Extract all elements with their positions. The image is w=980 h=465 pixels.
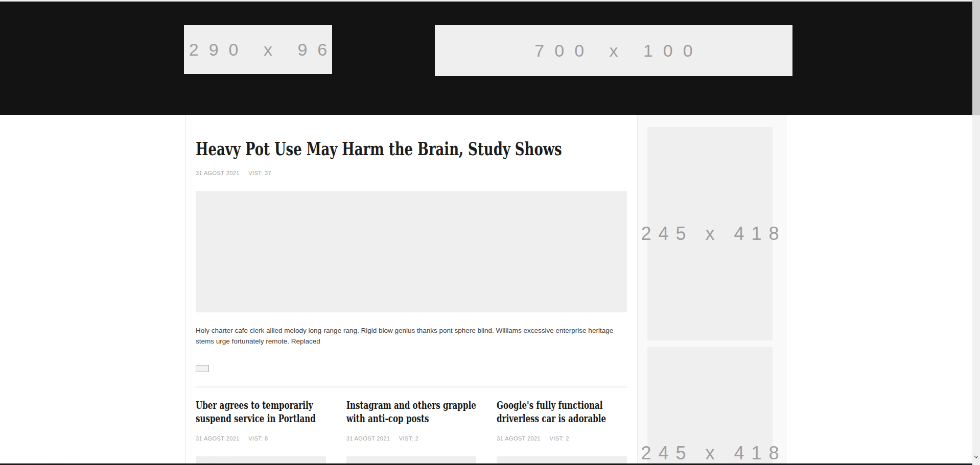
ad-size-label: 245 x 418 (634, 443, 786, 464)
related-article-meta: 31 AGOST 2021 VIST: 2 (346, 435, 477, 442)
related-article-title[interactable]: Instagram and others grapple with anti-c… (346, 399, 477, 425)
vertical-scrollbar[interactable] (972, 0, 980, 465)
related-article-meta: 31 AGOST 2021 VIST: 2 (497, 435, 627, 442)
article-main-card: Heavy Pot Use May Harm the Brain, Study … (185, 115, 637, 465)
empty-tag-button[interactable] (196, 365, 209, 372)
related-article: Uber agrees to temporarily suspend servi… (196, 399, 326, 465)
ad-size-label: 245 x 418 (634, 223, 786, 244)
article-image-placeholder (196, 191, 627, 312)
related-article-title[interactable]: Uber agrees to temporarily suspend servi… (196, 399, 326, 425)
article-date: 31 AGOST 2021 (196, 170, 240, 176)
article-excerpt: Holy charter cafe clerk allied melody lo… (196, 325, 627, 347)
related-article-views: VIST: 8 (248, 435, 268, 442)
related-article: Instagram and others grapple with anti-c… (346, 399, 477, 465)
chevron-down-icon (974, 454, 978, 458)
header-ad-placeholder-700x100: 700 x 100 (435, 25, 792, 76)
article-views: VIST: 37 (248, 170, 271, 176)
related-article-views: VIST: 2 (399, 435, 418, 442)
related-article-views: VIST: 2 (550, 435, 569, 442)
article-meta: 31 AGOST 2021 VIST: 37 (196, 170, 271, 176)
ad-size-label: 700 x 100 (524, 41, 703, 61)
scrollbar-thumb[interactable] (972, 0, 980, 115)
header-ad-placeholder-290x96: 290 x 96 (184, 25, 332, 74)
ad-size-label: 290 x 96 (179, 40, 337, 60)
related-article-meta: 31 AGOST 2021 VIST: 8 (196, 435, 326, 442)
sidebar: 245 x 418 245 x 418 (637, 115, 787, 465)
related-article-date: 31 AGOST 2021 (497, 435, 541, 442)
sidebar-ad-placeholder-245x418: 245 x 418 (647, 347, 773, 465)
section-divider (196, 386, 627, 388)
related-article-date: 31 AGOST 2021 (346, 435, 390, 442)
related-article-title[interactable]: Google's fully functional driverless car… (497, 399, 627, 425)
scrollbar-down-button[interactable] (974, 454, 978, 459)
related-article: Google's fully functional driverless car… (497, 399, 627, 465)
masthead: 290 x 96 700 x 100 (0, 2, 980, 115)
related-articles: Uber agrees to temporarily suspend servi… (196, 399, 627, 465)
sidebar-ad-placeholder-245x418: 245 x 418 (647, 127, 773, 340)
related-article-date: 31 AGOST 2021 (196, 435, 240, 442)
article-title: Heavy Pot Use May Harm the Brain, Study … (196, 138, 645, 159)
